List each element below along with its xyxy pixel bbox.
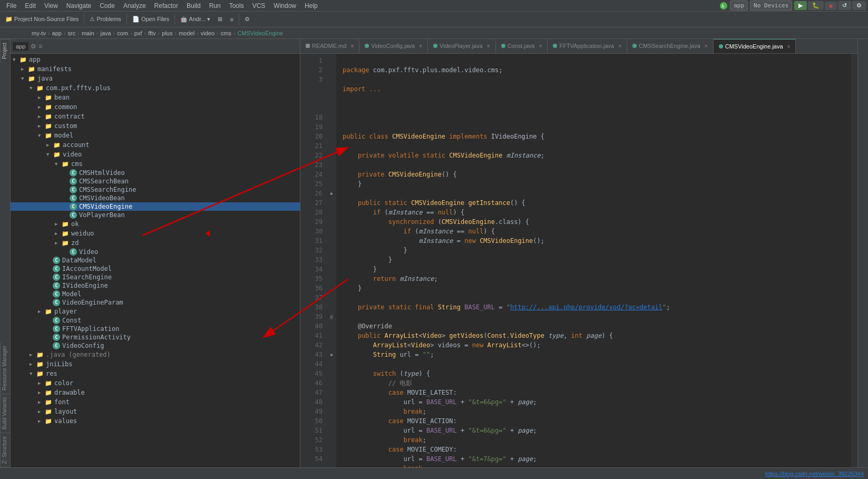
tab-close-cmssearchengine[interactable]: × xyxy=(705,43,708,49)
tab-videoconfig[interactable]: VideoConfig.java × xyxy=(359,39,428,53)
tree-item-values[interactable]: ▶ 📁 values xyxy=(11,416,300,426)
menu-item-tools[interactable]: Tools xyxy=(225,1,248,11)
problems-button[interactable]: ⚠ Problems xyxy=(86,15,124,24)
tree-item-fftvapplication[interactable]: ▶ C FFTVApplication xyxy=(11,325,300,333)
tree-item-cmssearchbean[interactable]: ▶ C CMSSearchBean xyxy=(11,177,300,185)
tab-cmsvideoengine[interactable]: CMSVideoEngine.java × xyxy=(714,39,796,53)
tab-const[interactable]: Const.java × xyxy=(496,39,548,53)
tab-close-videoconfig[interactable]: × xyxy=(419,43,422,49)
tree-item-cmshtmlvideo[interactable]: ▶ C CMSHtmlVideo xyxy=(11,169,300,177)
tab-close-fftvapp[interactable]: × xyxy=(618,43,621,49)
breadcrumb-plus[interactable]: plus xyxy=(162,30,172,36)
breadcrumb-src[interactable]: src xyxy=(68,30,76,36)
breadcrumb-module[interactable]: app xyxy=(52,30,62,36)
stop-button[interactable]: ■ xyxy=(825,2,837,10)
project-non-source-files-button[interactable]: 📁 Project Non-Source Files xyxy=(2,15,82,24)
tree-item-videoengineparam[interactable]: ▶ C VideoEngineParam xyxy=(11,298,300,307)
tree-item-cms[interactable]: ▼ 📁 cms xyxy=(11,159,300,169)
project-tab[interactable]: app xyxy=(13,42,28,51)
tree-item-videoconfig[interactable]: ▶ C VideoConfig xyxy=(11,341,300,350)
tree-item-app[interactable]: ▼ 📁 app xyxy=(11,55,300,64)
tree-item-zd[interactable]: ▶ 📁 zd xyxy=(11,238,300,248)
breadcrumb-file[interactable]: CMSVideoEngine xyxy=(238,30,284,36)
tree-item-drawable[interactable]: ▶ 📁 drawable xyxy=(11,388,300,397)
tab-readme[interactable]: README.md × xyxy=(300,39,359,53)
tree-item-model-java[interactable]: ▶ C Model xyxy=(11,290,300,298)
run-button[interactable]: ▶ xyxy=(794,1,807,10)
tree-item-java[interactable]: ▼ 📁 java xyxy=(11,74,300,83)
project-panel-label[interactable]: Project xyxy=(0,39,10,62)
open-files-button[interactable]: 📄 Open Files xyxy=(129,15,172,24)
sync-button[interactable]: ↺ xyxy=(838,1,851,10)
tab-close-videoplayer[interactable]: × xyxy=(487,43,490,49)
tree-item-iaccountmodel[interactable]: ▶ C IAccountModel xyxy=(11,265,300,273)
tree-item-permissionactivity[interactable]: ▶ C PermissionActivity xyxy=(11,333,300,341)
breadcrumb-pxf[interactable]: pxf xyxy=(134,30,142,36)
panel-filter-button[interactable]: ≡ xyxy=(38,43,42,50)
build-variants-label[interactable]: Build Variants xyxy=(0,394,10,433)
tab-fftvapp[interactable]: FFTVApplication.java × xyxy=(548,39,627,53)
menu-item-navigate[interactable]: Navigate xyxy=(62,1,95,11)
menu-item-code[interactable]: Code xyxy=(95,1,119,11)
tab-close-cmsvideoengine[interactable]: × xyxy=(787,44,791,50)
panel-gear-button[interactable]: ⚙ xyxy=(31,43,36,50)
tree-item-ok[interactable]: ▶ 📁 ok xyxy=(11,219,300,229)
menu-item-analyze[interactable]: Analyze xyxy=(119,1,150,11)
tab-cmssearchengine[interactable]: CMSSearchEngine.java × xyxy=(627,39,714,53)
structure-button[interactable]: ≡ xyxy=(227,15,236,24)
tree-item-contract[interactable]: ▶ 📁 contract xyxy=(11,112,300,121)
tree-item-datamodel[interactable]: ▶ C DataModel xyxy=(11,256,300,265)
menu-item-build[interactable]: Build xyxy=(182,1,205,11)
menu-item-view[interactable]: View xyxy=(40,1,62,11)
layout-toggle-button[interactable]: ⊞ xyxy=(214,15,226,24)
tree-item-font[interactable]: ▶ 📁 font xyxy=(11,397,300,407)
module-selector[interactable]: app xyxy=(730,1,748,11)
tree-item-res[interactable]: ▼ 📁 res xyxy=(11,369,300,378)
breadcrumb-cms[interactable]: cms xyxy=(221,30,231,36)
tree-item-cmssearchengine[interactable]: ▶ C CMSSearchEngine xyxy=(11,185,300,194)
tree-item-isearchengine[interactable]: ▶ C ISearchEngine xyxy=(11,273,300,281)
breadcrumb-java[interactable]: java xyxy=(100,30,111,36)
menu-item-edit[interactable]: Edit xyxy=(21,1,40,11)
breadcrumb-com[interactable]: com xyxy=(117,30,128,36)
menu-item-refactor[interactable]: Refactor xyxy=(150,1,182,11)
code-editor[interactable]: 1 2 3 4 5 17 18 19 20 21 22 23 24 25 26 … xyxy=(300,54,857,467)
settings-gear-button[interactable]: ⚙ xyxy=(241,15,253,24)
resource-manager-label[interactable]: Resource Manager xyxy=(0,343,10,394)
settings-button[interactable]: ⚙ xyxy=(852,1,866,10)
tree-item-bean[interactable]: ▶ 📁 bean xyxy=(11,93,300,102)
tree-item-ivideoengine[interactable]: ▶ C IVideoEngine xyxy=(11,281,300,290)
menu-item-file[interactable]: File xyxy=(2,1,21,11)
menu-item-run[interactable]: Run xyxy=(205,1,225,11)
tree-item-voplayerbean[interactable]: ▶ C VoPlayerBean xyxy=(11,211,300,219)
breadcrumb-project[interactable]: my-tv xyxy=(32,30,46,36)
tab-videoplayer[interactable]: VideoPlayer.java × xyxy=(428,39,496,53)
breadcrumb-model[interactable]: model xyxy=(179,30,194,36)
tree-item-cmsvideobean[interactable]: ▶ C CMSVideoBean xyxy=(11,194,300,202)
tab-close-readme[interactable]: × xyxy=(350,43,354,49)
tree-item-player[interactable]: ▶ 📁 player xyxy=(11,307,300,316)
debug-button[interactable]: 🐛 xyxy=(808,1,824,10)
breadcrumb-main[interactable]: main xyxy=(82,30,94,36)
tree-item-common[interactable]: ▶ 📁 common xyxy=(11,102,300,112)
file-tree[interactable]: ▼ 📁 app ▶ 📁 manifests ▼ 📁 java xyxy=(11,54,300,467)
tree-item-layout[interactable]: ▶ 📁 layout xyxy=(11,407,300,416)
tree-item-cmsvideoengine[interactable]: ▶ C CMSVideoEngine xyxy=(11,202,300,211)
tree-item-color[interactable]: ▶ 📁 color xyxy=(11,378,300,388)
device-selector[interactable]: No Devices xyxy=(750,1,792,11)
tree-item-com-pxf[interactable]: ▼ 📁 com.pxf.fftv.plus xyxy=(11,83,300,93)
tree-item-jnilibs[interactable]: ▶ 📁 jniLibs xyxy=(11,359,300,369)
android-view-button[interactable]: 🤖 Andr... ▾ xyxy=(177,15,213,24)
tree-item-model[interactable]: ▼ 📁 model xyxy=(11,131,300,140)
tree-item-weiduo[interactable]: ▶ 📁 weiduo xyxy=(11,229,300,238)
status-right[interactable]: https://blog.csdn.net/weixin_39226344 xyxy=(765,471,864,477)
menu-item-vcs[interactable]: VCS xyxy=(248,1,270,11)
menu-item-window[interactable]: Window xyxy=(269,1,300,11)
tree-item-manifests[interactable]: ▶ 📁 manifests xyxy=(11,64,300,74)
tree-item-java-generated[interactable]: ▶ 📁 .java (generated) xyxy=(11,350,300,359)
tree-item-video-java[interactable]: ▶ C Video xyxy=(11,248,300,256)
tree-item-custom[interactable]: ▶ 📁 custom xyxy=(11,121,300,131)
tree-item-video[interactable]: ▼ 📁 video xyxy=(11,150,300,159)
tab-close-const[interactable]: × xyxy=(539,43,542,49)
structure-label[interactable]: Z: Structure xyxy=(0,433,10,467)
